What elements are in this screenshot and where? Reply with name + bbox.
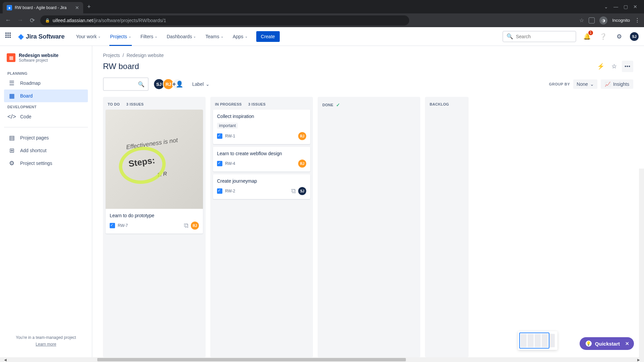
more-icon: ••• bbox=[625, 64, 631, 69]
sidebar-item-shortcut[interactable]: ⊞Add shortcut bbox=[4, 144, 88, 157]
group-by-label: GROUP BY bbox=[549, 82, 570, 86]
incognito-label: Incognito bbox=[612, 18, 630, 23]
browser-menu-icon[interactable]: ⋮ bbox=[635, 17, 640, 23]
sidebar-item-roadmap[interactable]: ☰Roadmap bbox=[4, 77, 88, 89]
chevron-down-icon: ⌄ bbox=[221, 35, 223, 38]
project-header[interactable]: Redesign website Software project bbox=[4, 53, 88, 69]
nav-your-work[interactable]: Your work⌄ bbox=[72, 27, 104, 46]
nav-teams[interactable]: Teams⌄ bbox=[202, 27, 226, 46]
roadmap-icon: ☰ bbox=[8, 79, 15, 87]
more-button[interactable]: ••• bbox=[622, 61, 633, 72]
card[interactable]: Create journeymap RW-2 ⿻ SJ bbox=[213, 174, 310, 199]
nav-projects[interactable]: Projects⌄ bbox=[107, 27, 135, 46]
insights-button[interactable]: 📈Insights bbox=[601, 79, 633, 89]
back-button[interactable]: ← bbox=[4, 17, 12, 24]
add-people-button[interactable]: +👤 bbox=[172, 78, 183, 90]
card-key: RW-4 bbox=[225, 161, 235, 166]
bolt-icon: ⚡ bbox=[597, 63, 604, 70]
breadcrumb-project[interactable]: Redesign website bbox=[126, 53, 164, 58]
gear-icon: ⚙ bbox=[616, 33, 622, 40]
project-icon bbox=[7, 53, 15, 62]
minimize-icon[interactable]: ― bbox=[613, 4, 618, 9]
column-header[interactable]: BACKLOG bbox=[427, 101, 467, 110]
column-header[interactable]: IN PROGRESS 3 ISSUES bbox=[212, 101, 311, 110]
card[interactable]: Effectiveness is not Steps: 1. R Learn t… bbox=[106, 110, 203, 234]
column-header[interactable]: DONE✓ bbox=[320, 101, 418, 111]
help-icon: ❔ bbox=[599, 33, 607, 40]
assignee-avatar[interactable]: RJ bbox=[191, 222, 199, 230]
create-button[interactable]: Create bbox=[256, 31, 280, 42]
star-button[interactable]: ☆ bbox=[608, 61, 620, 72]
card[interactable]: Learn to create webflow design RW-4 RJ bbox=[213, 147, 310, 172]
nav-dashboards[interactable]: Dashboards⌄ bbox=[163, 27, 200, 46]
assignee-avatar[interactable]: RJ bbox=[298, 160, 306, 168]
scroll-right-icon[interactable]: ▶ bbox=[637, 358, 640, 362]
close-icon[interactable]: ✕ bbox=[625, 341, 629, 346]
scrollbar-thumb[interactable] bbox=[97, 358, 406, 361]
jira-top-nav: ◆ Jira Software Your work⌄ Projects⌄ Fil… bbox=[0, 27, 644, 46]
reload-button[interactable]: ⟳ bbox=[28, 17, 36, 24]
add-shortcut-icon: ⊞ bbox=[8, 147, 15, 154]
new-tab-button[interactable]: + bbox=[87, 3, 91, 10]
sidebar-item-board[interactable]: ▦Board bbox=[4, 89, 88, 102]
user-avatar[interactable]: SJ bbox=[630, 32, 639, 41]
project-name: Redesign website bbox=[19, 53, 58, 58]
column-header[interactable]: TO DO 3 ISSUES bbox=[105, 101, 204, 110]
sidebar-item-code[interactable]: </>Code bbox=[4, 110, 88, 123]
search-input[interactable] bbox=[516, 34, 575, 39]
label-filter[interactable]: Label⌄ bbox=[192, 81, 210, 87]
group-by-button[interactable]: None⌄ bbox=[573, 79, 597, 89]
board-search[interactable]: 🔍 bbox=[103, 77, 149, 91]
app-switcher-icon[interactable] bbox=[5, 33, 13, 41]
board-scroll[interactable]: TO DO 3 ISSUES Effectiveness is not Step… bbox=[103, 97, 633, 357]
insights-icon: 📈 bbox=[605, 81, 610, 87]
card-title: Learn to do prototype bbox=[110, 213, 199, 218]
chevron-down-icon: ⌄ bbox=[155, 35, 157, 38]
bookmark-icon[interactable]: ☆ bbox=[579, 17, 584, 23]
card[interactable]: Collect inspiration important RW-1 RJ bbox=[213, 110, 310, 144]
breadcrumb: Projects / Redesign website bbox=[103, 53, 633, 58]
main-content: Projects / Redesign website RW board ⚡ ☆… bbox=[92, 46, 644, 357]
notification-badge: 1 bbox=[588, 31, 593, 35]
sidebar-item-settings[interactable]: ⚙Project settings bbox=[4, 157, 88, 170]
close-icon[interactable]: ✕ bbox=[75, 5, 79, 10]
child-issues-icon: ⿻ bbox=[291, 188, 296, 194]
settings-button[interactable]: ⚙ bbox=[614, 31, 625, 42]
breadcrumb-projects[interactable]: Projects bbox=[103, 53, 120, 58]
avatar-stack: SJ RJ +👤 bbox=[153, 78, 183, 90]
chevron-down-icon: ⌄ bbox=[590, 81, 594, 87]
star-icon: ☆ bbox=[611, 63, 617, 70]
learn-more-link[interactable]: Learn more bbox=[8, 342, 84, 347]
assignee-avatar[interactable]: SJ bbox=[298, 187, 306, 195]
address-bar: ← → ⟳ 🔒 uifeed.atlassian.net/jira/softwa… bbox=[0, 13, 644, 27]
gear-icon: ⚙ bbox=[8, 160, 15, 167]
global-search[interactable]: 🔍 bbox=[502, 31, 576, 42]
sidebar-item-pages[interactable]: ▤Project pages bbox=[4, 131, 88, 144]
maximize-icon[interactable]: ▢ bbox=[624, 4, 628, 9]
incognito-icon[interactable]: ◑ bbox=[599, 16, 607, 24]
board-toolbar: 🔍 SJ RJ +👤 Label⌄ GROUP BY None⌄ 📈Insigh… bbox=[103, 77, 633, 91]
help-button[interactable]: ❔ bbox=[598, 31, 608, 42]
url-bar[interactable]: 🔒 uifeed.atlassian.net/jira/software/pro… bbox=[40, 15, 409, 25]
tab-overview-icon[interactable]: ⌄ bbox=[604, 4, 608, 9]
chevron-down-icon: ⌄ bbox=[193, 35, 196, 38]
assignee-avatar[interactable]: RJ bbox=[298, 132, 306, 140]
scroll-left-icon[interactable]: ◀ bbox=[4, 358, 7, 362]
extensions-icon[interactable] bbox=[589, 17, 595, 23]
nav-filters[interactable]: Filters⌄ bbox=[137, 27, 161, 46]
jira-logo[interactable]: ◆ Jira Software bbox=[18, 32, 64, 41]
browser-tab[interactable]: RW board - Agile board - Jira ✕ bbox=[3, 2, 83, 13]
jira-favicon bbox=[7, 5, 12, 10]
vertical-scrollbar[interactable] bbox=[639, 169, 644, 357]
jira-logo-icon: ◆ bbox=[18, 32, 24, 41]
quickstart-button[interactable]: 💡 Quickstart ✕ bbox=[580, 337, 634, 350]
horizontal-scrollbar[interactable]: ◀ ▶ bbox=[0, 357, 644, 362]
notifications-button[interactable]: 🔔 1 bbox=[582, 31, 592, 42]
nav-apps[interactable]: Apps⌄ bbox=[229, 27, 251, 46]
forward-button[interactable]: → bbox=[16, 17, 24, 24]
board-icon: ▦ bbox=[8, 92, 15, 100]
lock-icon: 🔒 bbox=[45, 18, 50, 23]
close-window-icon[interactable]: ✕ bbox=[633, 4, 637, 9]
board-minimap[interactable] bbox=[518, 331, 557, 350]
automation-button[interactable]: ⚡ bbox=[595, 61, 606, 72]
